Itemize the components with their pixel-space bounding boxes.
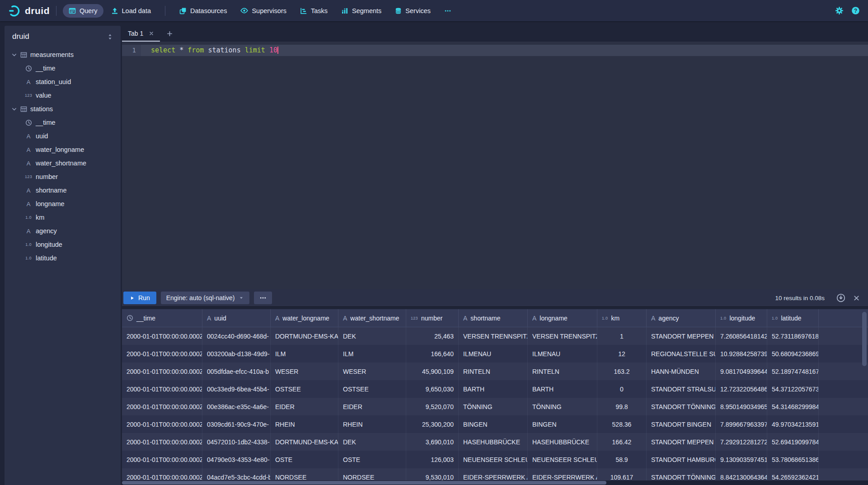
cell-longname[interactable]: VERSEN TRENNSPITZE	[528, 327, 597, 345]
settings-gear-icon[interactable]	[835, 6, 844, 15]
tab-close-icon[interactable]	[149, 31, 154, 36]
cell-water_longname[interactable]: DORTMUND-EMS-KANAL	[271, 433, 338, 451]
cell-number[interactable]: 25,300,200	[406, 415, 459, 433]
cell-km[interactable]: 99.8	[597, 398, 647, 415]
cell-water_shortname[interactable]: OSTSEE	[338, 380, 406, 398]
schema-column-km[interactable]: 1.0km	[5, 211, 121, 224]
cell-agency[interactable]: STANDORT HAMBURG	[647, 451, 716, 468]
schema-column-uuid[interactable]: Auuid	[5, 129, 121, 143]
cell-uuid[interactable]: 04790e03-4353-4e80-	[202, 451, 271, 468]
cell-agency[interactable]: STANDORT MEPPEN	[647, 433, 716, 451]
cell-agency[interactable]: STANDORT BINGEN	[647, 415, 716, 433]
cell-water_longname[interactable]: OSTE	[271, 451, 338, 468]
cell-longitude[interactable]: 7.89966796339776	[716, 415, 767, 433]
run-button[interactable]: Run	[123, 292, 156, 304]
cell-longitude[interactable]: 12.7232205648674	[716, 380, 767, 398]
cell-shortname[interactable]: BINGEN	[459, 415, 528, 433]
cell-longname[interactable]: RINTELN	[528, 363, 597, 380]
cell-longitude[interactable]: 10.9288425873943	[716, 345, 767, 363]
schema-column-value[interactable]: 123value	[5, 89, 121, 102]
cell-shortname[interactable]: NEUENSEER SCHLEUSE	[459, 451, 528, 468]
sql-editor[interactable]: 1 select * from stations limit 10	[122, 42, 868, 289]
cell-water_shortname[interactable]: OSTE	[338, 451, 406, 468]
cell-shortname[interactable]: VERSEN TRENNSPITZE	[459, 327, 528, 345]
cell-number[interactable]: 45,900,109	[406, 363, 459, 380]
cell-latitude[interactable]: 49.9703421359195	[767, 415, 819, 433]
nav-item-query[interactable]: Query	[63, 4, 103, 18]
horizontal-scrollbar[interactable]	[122, 481, 606, 485]
cell-km[interactable]: 163.2	[597, 363, 647, 380]
schema-column-number[interactable]: 123number	[5, 170, 121, 184]
nav-item-datasources[interactable]: Datasources	[174, 4, 233, 18]
column-header-km[interactable]: 1.0km	[597, 309, 647, 327]
cell-number[interactable]: 3,690,010	[406, 433, 459, 451]
cell-water_longname[interactable]: OSTSEE	[271, 380, 338, 398]
query-more-button[interactable]	[254, 292, 272, 304]
nav-item-services[interactable]: Services	[389, 4, 436, 18]
nav-item-load-data[interactable]: Load data	[105, 4, 157, 18]
cell-latitude[interactable]: 52.6941909978435	[767, 433, 819, 451]
cell-water_shortname[interactable]: EIDER	[338, 398, 406, 415]
cell-__time[interactable]: 2000-01-01T00:00:00.000Z	[122, 433, 202, 451]
cell-longname[interactable]: BARTH	[528, 380, 597, 398]
column-header-longitude[interactable]: 1.0longitude	[716, 309, 767, 327]
cell-number[interactable]: 126,003	[406, 451, 459, 468]
cell-latitude[interactable]: 52.7311869761802	[767, 327, 819, 345]
cell-km[interactable]: 12	[597, 345, 647, 363]
cell-number[interactable]: 9,650,030	[406, 380, 459, 398]
column-header-latitude[interactable]: 1.0latitude	[767, 309, 819, 327]
schema-column-water_longname[interactable]: Awater_longname	[5, 143, 121, 156]
tab-tab1[interactable]: Tab 1	[122, 26, 160, 42]
cell-longitude[interactable]: 8.95014903496543	[716, 398, 767, 415]
cell-km[interactable]: 528.36	[597, 415, 647, 433]
schema-column-station_uuid[interactable]: Astation_uuid	[5, 75, 121, 89]
cell-shortname[interactable]: ILMENAU	[459, 345, 528, 363]
cell-agency[interactable]: STANDORT MEPPEN	[647, 327, 716, 345]
sort-swap-icon[interactable]	[107, 33, 113, 40]
cell-longname[interactable]: HASEHUBBRÜCKE	[528, 433, 597, 451]
nav-item-segments[interactable]: Segments	[335, 4, 387, 18]
cell-latitude[interactable]: 52.1897474816782	[767, 363, 819, 380]
nav-item-tasks[interactable]: Tasks	[294, 4, 333, 18]
cell-longname[interactable]: ILMENAU	[528, 345, 597, 363]
cell-uuid[interactable]: 005dfdae-efcc-410a-b	[202, 363, 271, 380]
column-header-__time[interactable]: __time	[122, 309, 202, 327]
cell-water_longname[interactable]: EIDER	[271, 398, 338, 415]
cell-water_longname[interactable]: ILM	[271, 345, 338, 363]
cell-water_shortname[interactable]: ILM	[338, 345, 406, 363]
cell-shortname[interactable]: BARTH	[459, 380, 528, 398]
cell-agency[interactable]: STANDORT STRALSUND	[647, 380, 716, 398]
column-header-water_longname[interactable]: Awater_longname	[271, 309, 338, 327]
cell-__time[interactable]: 2000-01-01T00:00:00.000Z	[122, 415, 202, 433]
cell-latitude[interactable]: 54.3712205767334	[767, 380, 819, 398]
schema-column-shortname[interactable]: Ashortname	[5, 184, 121, 197]
column-header-longname[interactable]: Alongname	[528, 309, 597, 327]
druid-logo[interactable]: druid	[8, 5, 50, 17]
help-icon[interactable]: ?	[851, 6, 860, 15]
column-header-number[interactable]: 123number	[406, 309, 459, 327]
cell-latitude[interactable]: 50.6809423686977	[767, 345, 819, 363]
cell-longname[interactable]: TÖNNING	[528, 398, 597, 415]
cell-water_shortname[interactable]: DEK	[338, 327, 406, 345]
column-header-uuid[interactable]: Auuid	[202, 309, 271, 327]
cell-agency[interactable]: STANDORT TÖNNING	[647, 398, 716, 415]
schema-column-water_shortname[interactable]: Awater_shortname	[5, 156, 121, 170]
cell-number[interactable]: 9,520,070	[406, 398, 459, 415]
cell-__time[interactable]: 2000-01-01T00:00:00.000Z	[122, 327, 202, 345]
schema-column-longname[interactable]: Alongname	[5, 197, 121, 211]
cell-latitude[interactable]: 53.7806865138635	[767, 451, 819, 468]
add-tab-button[interactable]	[164, 26, 176, 42]
schema-column-agency[interactable]: Aagency	[5, 224, 121, 238]
cell-longname[interactable]: NEUENSEER SCHLEUSE	[528, 451, 597, 468]
cell-uuid[interactable]: 003200ab-d138-49d9-	[202, 345, 271, 363]
cell-longitude[interactable]: 7.26085641814285	[716, 327, 767, 345]
column-header-shortname[interactable]: Ashortname	[459, 309, 528, 327]
cell-uuid[interactable]: 0024cc40-d690-468d-	[202, 327, 271, 345]
column-header-water_shortname[interactable]: Awater_shortname	[338, 309, 406, 327]
cell-water_longname[interactable]: WESER	[271, 363, 338, 380]
cell-number[interactable]: 166,640	[406, 345, 459, 363]
cell-water_shortname[interactable]: RHEIN	[338, 415, 406, 433]
close-results-icon[interactable]	[853, 295, 860, 301]
nav-item-supervisors[interactable]: Supervisors	[235, 4, 292, 18]
cell-uuid[interactable]: 00e386ac-e35c-4a6e-	[202, 398, 271, 415]
